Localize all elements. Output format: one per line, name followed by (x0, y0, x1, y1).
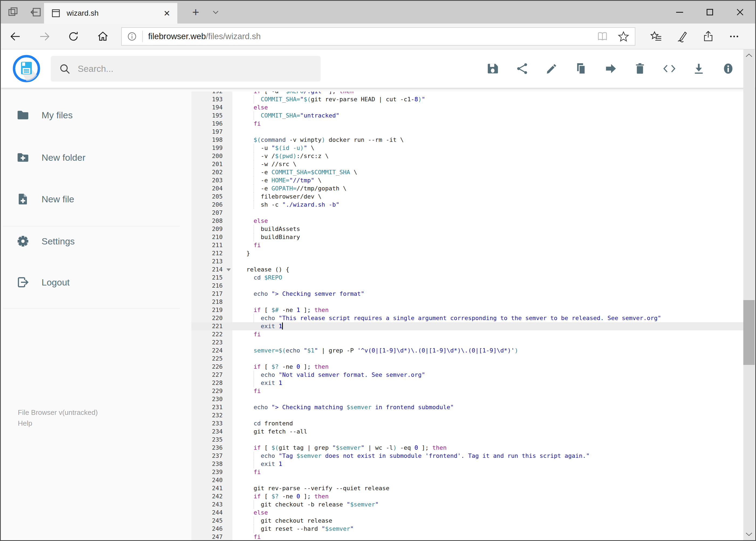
code-text[interactable]: $(command -v winpty) docker run --rm -it… (232, 136, 744, 144)
code-line[interactable]: 206 sh -c "./wizard.sh -b" (191, 201, 744, 209)
line-number[interactable]: 205 (191, 193, 232, 201)
code-text[interactable]: echo "Tag $semver does not exist in subm… (232, 452, 744, 460)
code-line[interactable]: 196 fi (191, 120, 744, 128)
code-text[interactable] (232, 338, 744, 346)
sidebar-item-new-folder[interactable]: New folder (1, 137, 179, 178)
set-tabs-aside-icon[interactable] (29, 6, 42, 19)
info-button[interactable] (720, 55, 736, 82)
line-number[interactable]: 217 (191, 290, 232, 298)
code-text[interactable]: -v /$(pwd):/src:z \ (232, 152, 744, 160)
code-line[interactable]: 224 semver=$(echo "$1" | grep -P '^v(0|[… (191, 346, 744, 355)
code-line[interactable]: 199 -u "$(id -u)" \ (191, 144, 744, 152)
delete-button[interactable] (632, 55, 647, 82)
code-text[interactable]: git fetch --all (232, 427, 744, 436)
code-line[interactable]: 219 if [ $# -ne 1 ]; then (191, 306, 744, 314)
line-number[interactable]: 231 (191, 403, 232, 411)
code-text[interactable]: -e HOME="//tmp" \ (232, 176, 744, 185)
code-line[interactable]: 232 (191, 411, 744, 419)
code-text[interactable]: fi (232, 387, 744, 395)
code-line[interactable]: 227 echo "Not valid semver format. See s… (191, 371, 744, 379)
code-line[interactable]: 208 else (191, 217, 744, 225)
line-number[interactable]: 220 (191, 314, 232, 322)
code-line[interactable]: 228 exit 1 (191, 379, 744, 387)
line-number[interactable]: 194 (191, 104, 232, 112)
code-line[interactable]: 192 if [ -d "$REPO/.git" ]; then (191, 92, 744, 95)
line-number[interactable]: 233 (191, 419, 232, 427)
code-text[interactable]: else (232, 509, 744, 517)
code-text[interactable] (232, 298, 744, 306)
line-number[interactable]: 218 (191, 298, 232, 306)
save-button[interactable] (485, 55, 500, 82)
code-line[interactable]: 239 fi (191, 468, 744, 476)
code-line[interactable]: 245 git checkout release (191, 517, 744, 525)
line-number[interactable]: 198 (191, 136, 232, 144)
line-number[interactable]: 216 (191, 282, 232, 290)
code-text[interactable]: fi (232, 241, 744, 249)
line-number[interactable]: 227 (191, 371, 232, 379)
code-line[interactable]: 217 echo "> Checking semver format" (191, 290, 744, 298)
code-text[interactable]: -w //src \ (232, 160, 744, 168)
sidebar-item-settings[interactable]: Settings (1, 221, 179, 262)
code-text[interactable]: if [ $? -ne 0 ]; then (232, 492, 744, 500)
line-number[interactable]: 242 (191, 492, 232, 500)
code-text[interactable]: exit 1 (232, 460, 744, 468)
hub-button[interactable] (643, 24, 669, 49)
address-bar[interactable]: filebrowser.web/files/wizard.sh (121, 27, 635, 46)
close-icon[interactable]: ✕ (163, 9, 170, 18)
code-text[interactable] (232, 355, 744, 363)
line-number[interactable]: 223 (191, 338, 232, 346)
new-tab-button[interactable]: + (187, 1, 204, 24)
maximize-button[interactable] (695, 1, 725, 24)
line-number[interactable]: 224 (191, 346, 232, 355)
line-number[interactable]: 247 (191, 533, 232, 540)
line-number[interactable]: 232 (191, 411, 232, 419)
code-text[interactable]: -e GOPATH=//tmp/gopath \ (232, 185, 744, 193)
line-number[interactable]: 209 (191, 225, 232, 233)
code-line[interactable]: 238 exit 1 (191, 460, 744, 468)
reading-view-icon[interactable] (597, 31, 609, 42)
code-text[interactable] (232, 395, 744, 403)
code-text[interactable] (232, 209, 744, 217)
line-number[interactable]: 245 (191, 517, 232, 525)
code-text[interactable]: echo "> Checking semver format" (232, 290, 744, 298)
code-line[interactable]: 230 (191, 395, 744, 403)
line-number[interactable]: 228 (191, 379, 232, 387)
code-text[interactable]: -u "$(id -u)" \ (232, 144, 744, 152)
code-text[interactable]: fi (232, 468, 744, 476)
line-number[interactable]: 211 (191, 241, 232, 249)
code-line[interactable]: 236 if [ $(git tag | grep "$semver" | wc… (191, 444, 744, 452)
code-line[interactable]: 211 fi (191, 241, 744, 249)
search-input[interactable]: Search... (51, 56, 321, 82)
scroll-down-icon[interactable] (743, 528, 755, 540)
code-line[interactable]: 237 echo "Tag $semver does not exist in … (191, 452, 744, 460)
line-number[interactable]: 246 (191, 525, 232, 533)
line-number[interactable]: 208 (191, 217, 232, 225)
line-number[interactable]: 244 (191, 509, 232, 517)
code-text[interactable]: COMMIT_SHA="untracked" (232, 112, 744, 120)
more-menu-button[interactable] (721, 24, 747, 49)
annotate-button[interactable] (669, 24, 695, 49)
code-text[interactable]: COMMIT_SHA="$(git rev-parse HEAD | cut -… (232, 95, 744, 104)
code-text[interactable] (232, 258, 744, 266)
download-button[interactable] (691, 55, 706, 82)
code-line[interactable]: 195 COMMIT_SHA="untracked" (191, 112, 744, 120)
line-number[interactable]: 234 (191, 427, 232, 436)
rename-button[interactable] (544, 55, 559, 82)
line-number[interactable]: 226 (191, 363, 232, 371)
code-line[interactable]: 213 (191, 258, 744, 266)
line-number[interactable]: 221 (191, 322, 232, 330)
line-number[interactable]: 219 (191, 306, 232, 314)
code-text[interactable]: else (232, 217, 744, 225)
forward-button[interactable] (30, 24, 59, 49)
code-text[interactable]: if [ $? -ne 0 ]; then (232, 363, 744, 371)
code-line[interactable]: 209 buildAssets (191, 225, 744, 233)
line-number[interactable]: 237 (191, 452, 232, 460)
line-number[interactable]: 225 (191, 355, 232, 363)
line-number[interactable]: 236 (191, 444, 232, 452)
line-number[interactable]: 202 (191, 168, 232, 176)
line-number[interactable]: 215 (191, 273, 232, 282)
line-number[interactable]: 235 (191, 436, 232, 444)
code-text[interactable]: release () { (232, 266, 744, 273)
line-number[interactable]: 193 (191, 95, 232, 104)
line-number[interactable]: 197 (191, 128, 232, 136)
